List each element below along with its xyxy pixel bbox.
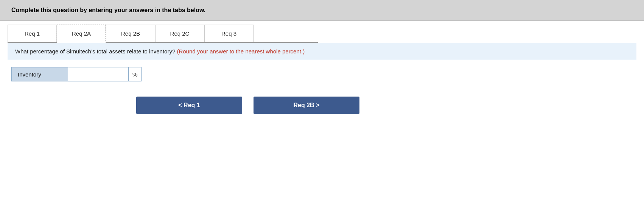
question-area: What percentage of Simultech’s total ass… [8,43,636,60]
prev-button[interactable]: < Req 1 [136,97,242,114]
tab-req1[interactable]: Req 1 [8,25,57,42]
tab-req3[interactable]: Req 3 [204,25,254,42]
header-instruction: Complete this question by entering your … [11,7,205,13]
main-content: Req 1 Req 2A Req 2B Req 2C Req 3 What pe… [0,25,644,114]
answer-row: Inventory % [11,67,636,81]
next-button[interactable]: Req 2B > [254,97,359,114]
question-text: What percentage of Simultech’s total ass… [15,48,175,55]
tab-req2c[interactable]: Req 2C [155,25,204,42]
question-highlight: (Round your answer to the nearest whole … [177,48,305,55]
tab-req2b[interactable]: Req 2B [106,25,155,42]
tabs-row: Req 1 Req 2A Req 2B Req 2C Req 3 [8,25,318,43]
header-bar: Complete this question by entering your … [0,0,644,21]
percent-symbol: % [129,67,142,81]
inventory-input-cell[interactable] [68,67,129,81]
inventory-label: Inventory [11,67,68,81]
nav-buttons: < Req 1 Req 2B > [136,97,636,114]
inventory-input[interactable] [68,67,128,81]
tab-req2a[interactable]: Req 2A [57,25,106,43]
